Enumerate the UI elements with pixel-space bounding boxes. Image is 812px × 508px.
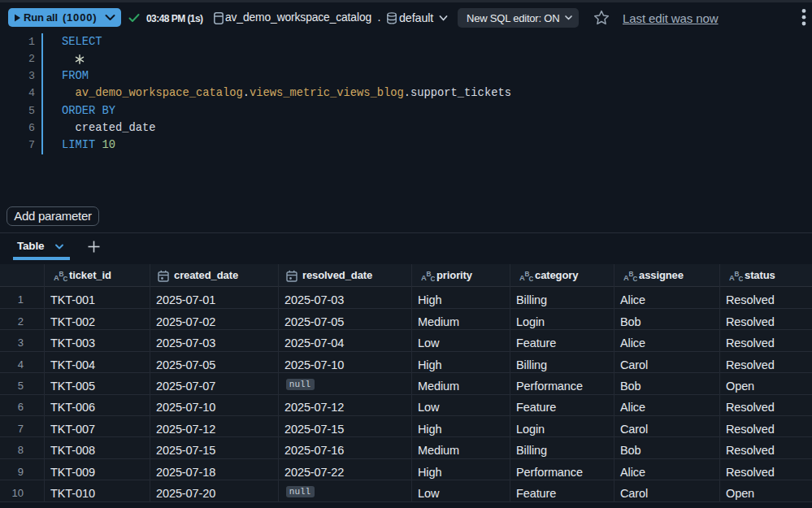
svg-text:C: C: [430, 276, 434, 283]
svg-text:C: C: [738, 276, 742, 283]
svg-text:C: C: [63, 276, 67, 283]
svg-text:C: C: [528, 276, 532, 283]
svg-text:C: C: [632, 276, 636, 283]
